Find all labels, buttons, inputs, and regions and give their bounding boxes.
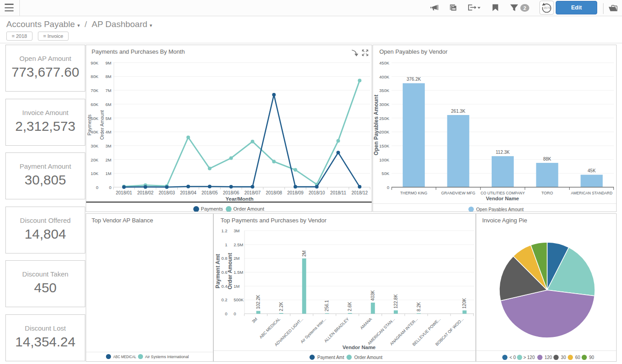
svg-text:> 120: > 120 — [523, 355, 535, 360]
svg-text:3M: 3M — [251, 317, 258, 324]
svg-text:261.3K: 261.3K — [451, 109, 465, 114]
svg-text:< 0: < 0 — [509, 355, 516, 360]
svg-text:300K: 300K — [379, 102, 390, 107]
svg-text:Payments: Payments — [201, 206, 223, 212]
svg-text:45K: 45K — [588, 168, 596, 173]
svg-text:ALLEN BRADLEY: ALLEN BRADLEY — [323, 317, 350, 343]
svg-text:2018/07: 2018/07 — [244, 190, 261, 195]
svg-text:450K: 450K — [379, 60, 390, 65]
svg-text:60: 60 — [575, 355, 581, 360]
svg-text:2.2K: 2.2K — [279, 302, 284, 311]
svg-text:8.2K: 8.2K — [416, 302, 421, 311]
svg-text:2018/08: 2018/08 — [266, 190, 282, 195]
svg-text:1.2: 1.2 — [221, 228, 227, 233]
svg-text:20K: 20K — [91, 157, 99, 162]
svg-text:THERMO KING: THERMO KING — [400, 191, 427, 195]
svg-text:AMANA: AMANA — [359, 317, 373, 330]
svg-text:2: 2 — [523, 5, 526, 11]
svg-text:500K: 500K — [234, 297, 244, 302]
svg-text:8M: 8M — [106, 74, 111, 79]
svg-text:350K: 350K — [379, 88, 390, 93]
svg-text:2018/10: 2018/10 — [309, 190, 325, 195]
svg-text:250K: 250K — [379, 116, 390, 121]
svg-text:2018/06: 2018/06 — [223, 190, 240, 195]
svg-text:Order Amount: Order Amount — [355, 355, 382, 360]
svg-text:0: 0 — [387, 185, 389, 190]
svg-text:Order Amount: Order Amount — [99, 110, 105, 139]
svg-text:70K: 70K — [91, 88, 99, 93]
svg-text:GRANDVIEW MFG: GRANDVIEW MFG — [441, 191, 475, 195]
svg-text:120K: 120K — [462, 298, 467, 309]
svg-text:90: 90 — [589, 355, 594, 360]
svg-text:0: 0 — [234, 311, 236, 316]
svg-text:200K: 200K — [379, 129, 390, 134]
svg-text:Payment Amt: Payment Amt — [318, 355, 345, 360]
svg-text:AMERICAN STANDARD: AMERICAN STANDARD — [571, 191, 613, 195]
svg-text:0: 0 — [96, 185, 98, 190]
svg-text:Open Payables Amount: Open Payables Amount — [476, 207, 524, 212]
svg-text:1.5M: 1.5M — [234, 270, 243, 275]
svg-text:80K: 80K — [91, 74, 99, 79]
svg-text:Year/Month: Year/Month — [226, 196, 253, 202]
svg-text:122.8K: 122.8K — [393, 294, 398, 309]
svg-text:1: 1 — [225, 242, 227, 247]
svg-text:Order Amount: Order Amount — [233, 206, 264, 212]
svg-text:2018/04: 2018/04 — [180, 190, 197, 195]
svg-text:2018/11: 2018/11 — [330, 190, 346, 195]
svg-text:376.2K: 376.2K — [406, 77, 421, 82]
svg-text:112.3K: 112.3K — [496, 150, 510, 155]
svg-text:Air Systems Inter...: Air Systems Inter... — [299, 317, 327, 344]
svg-text:30: 30 — [561, 355, 567, 360]
svg-text:4M: 4M — [106, 129, 111, 134]
svg-text:TORO: TORO — [541, 191, 553, 195]
svg-text:0: 0 — [225, 311, 227, 316]
svg-text:Order Amount: Order Amount — [227, 253, 233, 290]
svg-text:7M: 7M — [106, 88, 111, 93]
svg-text:2018/01: 2018/01 — [116, 190, 133, 195]
svg-text:88K: 88K — [543, 157, 551, 161]
svg-text:400K: 400K — [379, 74, 390, 79]
svg-text:50K: 50K — [382, 171, 390, 176]
svg-text:ABC MEDICAL: ABC MEDICAL — [258, 317, 281, 339]
svg-text:Air Systems International: Air Systems International — [145, 355, 189, 359]
svg-text:256.1: 256.1 — [324, 300, 329, 311]
svg-text:5M: 5M — [106, 116, 111, 121]
svg-text:120: 120 — [544, 355, 552, 360]
svg-text:10K: 10K — [91, 171, 99, 176]
svg-text:2.5M: 2.5M — [234, 242, 243, 247]
svg-text:2.6K: 2.6K — [347, 302, 352, 311]
svg-text:100K: 100K — [379, 157, 390, 162]
svg-text:403K: 403K — [370, 290, 375, 301]
svg-text:0.2: 0.2 — [221, 297, 227, 302]
svg-text:90K: 90K — [91, 60, 99, 65]
svg-text:2018/02: 2018/02 — [137, 190, 154, 195]
svg-text:2M: 2M — [302, 250, 307, 257]
svg-text:102.2K: 102.2K — [256, 295, 261, 309]
svg-text:2018/03: 2018/03 — [159, 190, 175, 195]
svg-text:Vendor Name: Vendor Name — [486, 196, 519, 201]
svg-text:150K: 150K — [379, 143, 390, 148]
svg-text:2M: 2M — [234, 256, 240, 261]
svg-text:6M: 6M — [106, 102, 111, 107]
svg-text:3M: 3M — [234, 228, 240, 233]
svg-text:1M: 1M — [234, 284, 240, 289]
svg-text:30K: 30K — [91, 143, 99, 148]
svg-text:2018/12: 2018/12 — [351, 190, 368, 195]
svg-text:3576: 3576 — [544, 6, 551, 9]
svg-text:Vendor Name: Vendor Name — [342, 345, 376, 350]
svg-text:Payments: Payments — [87, 115, 92, 136]
svg-text:Payment Amt: Payment Amt — [215, 254, 221, 288]
svg-text:ABC MEDICAL: ABC MEDICAL — [113, 355, 136, 359]
svg-text:2018/09: 2018/09 — [287, 190, 304, 195]
svg-text:60K: 60K — [91, 102, 99, 107]
svg-text:2018/05: 2018/05 — [202, 190, 218, 195]
svg-text:1M: 1M — [106, 171, 111, 176]
svg-text:0: 0 — [109, 185, 111, 190]
svg-text:2M: 2M — [106, 157, 111, 162]
svg-text:3M: 3M — [106, 143, 111, 148]
svg-text:CO UTILITIES COMPANY: CO UTILITIES COMPANY — [481, 191, 525, 195]
svg-text:Open Payables Amount: Open Payables Amount — [373, 95, 379, 155]
svg-text:9M: 9M — [106, 60, 111, 65]
